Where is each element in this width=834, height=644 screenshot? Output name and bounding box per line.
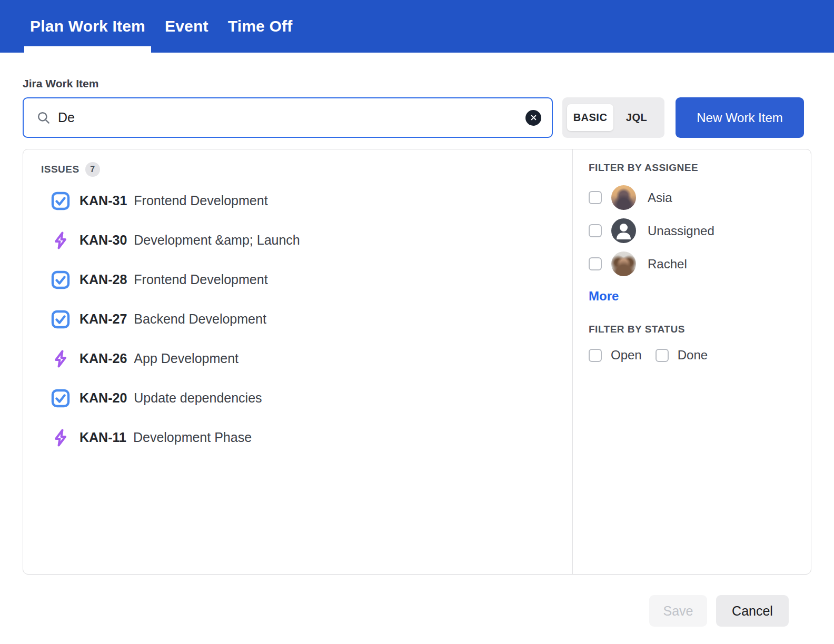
issues-header: ISSUES 7 [41, 162, 572, 177]
jira-work-item-label: Jira Work Item [23, 77, 811, 90]
unassigned-avatar-icon [611, 218, 636, 243]
issue-summary: Update dependencies [134, 390, 262, 406]
issue-row[interactable]: KAN-20 Update dependencies [41, 378, 572, 418]
issue-summary: Development &amp; Launch [134, 233, 300, 248]
issues-count-badge: 7 [85, 162, 100, 177]
issue-row[interactable]: KAN-28 Frontend Development [41, 260, 572, 299]
issue-key: KAN-28 [80, 272, 127, 287]
assignee-filter-list: Asia Unassigned [589, 181, 811, 280]
dialog-footer: Save Cancel [23, 575, 811, 627]
assignee-name: Asia [648, 190, 672, 205]
dialog-tabs: Plan Work Item Event Time Off [24, 0, 298, 53]
search-mode-toggle: BASIC JQL [562, 97, 664, 138]
filters-column: FILTER BY ASSIGNEE Asia [572, 149, 811, 574]
avatar [611, 185, 636, 210]
issue-row[interactable]: KAN-11 Development Phase [41, 418, 572, 457]
assignee-checkbox[interactable] [589, 191, 602, 204]
issue-summary: Frontend Development [134, 193, 267, 208]
issue-key: KAN-11 [80, 430, 126, 445]
dialog-header: Plan Work Item Event Time Off [0, 0, 834, 53]
task-type-icon [51, 309, 71, 329]
tab-event[interactable]: Event [159, 0, 214, 53]
clear-icon[interactable] [525, 110, 541, 126]
task-type-icon [51, 270, 71, 290]
status-filter-row: Open Done [589, 348, 811, 363]
epic-type-icon [51, 349, 71, 369]
assignee-option-asia[interactable]: Asia [589, 181, 811, 214]
search-input-wrapper[interactable] [23, 97, 553, 138]
issue-row[interactable]: KAN-31 Frontend Development [41, 181, 572, 220]
status-open-checkbox[interactable] [589, 349, 602, 362]
epic-type-icon [51, 230, 71, 250]
avatar [611, 251, 636, 276]
more-assignees-link[interactable]: More [589, 289, 619, 304]
issue-summary: Frontend Development [134, 272, 267, 287]
issue-key: KAN-27 [80, 311, 127, 327]
status-done-checkbox[interactable] [656, 349, 669, 362]
filter-by-assignee-title: FILTER BY ASSIGNEE [589, 162, 811, 174]
issue-row[interactable]: KAN-26 App Development [41, 339, 572, 378]
assignee-name: Rachel [648, 257, 687, 271]
task-type-icon [51, 388, 71, 408]
dialog-body: Jira Work Item BASIC JQL New Work Item I… [0, 77, 834, 627]
issue-key: KAN-31 [80, 193, 127, 208]
issues-title: ISSUES [41, 164, 80, 175]
search-input[interactable] [58, 110, 525, 125]
tab-plan-work-item[interactable]: Plan Work Item [24, 0, 151, 53]
assignee-option-unassigned[interactable]: Unassigned [589, 214, 811, 247]
issue-summary: App Development [134, 351, 239, 366]
task-type-icon [51, 191, 71, 211]
filter-by-status-title: FILTER BY STATUS [589, 324, 811, 335]
tab-time-off[interactable]: Time Off [222, 0, 299, 53]
save-button[interactable]: Save [649, 595, 707, 627]
issue-summary: Development Phase [133, 430, 252, 445]
mode-jql-button[interactable]: JQL [613, 104, 660, 131]
status-open-label: Open [611, 348, 642, 363]
assignee-option-rachel[interactable]: Rachel [589, 247, 811, 280]
issue-key: KAN-20 [80, 390, 127, 406]
issue-row[interactable]: KAN-27 Backend Development [41, 299, 572, 339]
new-work-item-button[interactable]: New Work Item [676, 97, 804, 138]
issues-column: ISSUES 7 KAN-31 Fro [23, 149, 572, 574]
cancel-button[interactable]: Cancel [716, 595, 789, 627]
search-form-row: BASIC JQL New Work Item [23, 97, 811, 138]
assignee-name: Unassigned [648, 224, 714, 238]
search-icon [36, 110, 51, 125]
issue-summary: Backend Development [134, 311, 266, 327]
epic-type-icon [51, 428, 71, 448]
status-done-label: Done [678, 348, 708, 363]
mode-basic-button[interactable]: BASIC [567, 104, 613, 131]
assignee-checkbox[interactable] [589, 257, 602, 270]
issue-key: KAN-26 [80, 351, 127, 366]
results-panel: ISSUES 7 KAN-31 Fro [23, 149, 811, 575]
issue-list: KAN-31 Frontend Development KAN-30 [41, 181, 572, 457]
issue-row[interactable]: KAN-30 Development &amp; Launch [41, 220, 572, 260]
assignee-checkbox[interactable] [589, 224, 602, 237]
issue-key: KAN-30 [80, 233, 127, 248]
